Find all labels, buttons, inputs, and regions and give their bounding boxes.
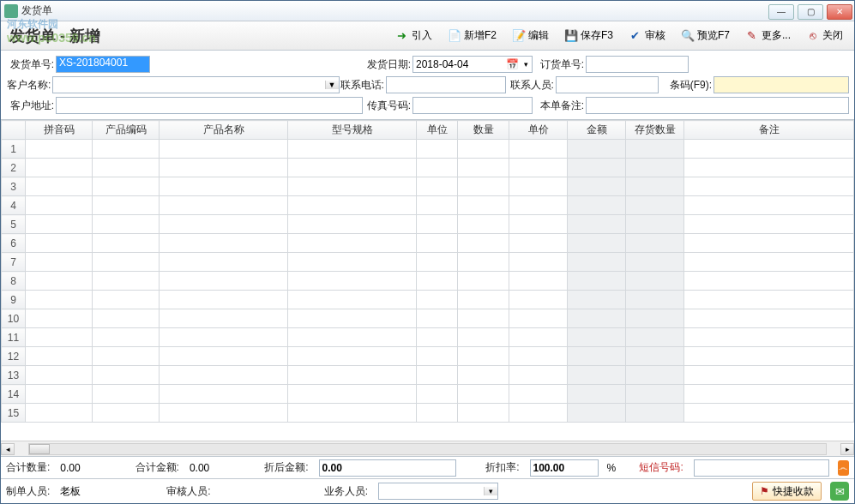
cell[interactable] (626, 385, 684, 404)
cell[interactable] (626, 272, 684, 291)
phone-field[interactable] (386, 76, 506, 93)
cell[interactable] (160, 272, 288, 291)
addr-field[interactable] (56, 97, 363, 114)
cell[interactable] (26, 309, 93, 328)
cell[interactable] (160, 215, 288, 234)
clerk-field[interactable]: ▾ (378, 483, 498, 500)
table-row[interactable]: 7 (2, 253, 854, 272)
cell[interactable] (93, 385, 160, 404)
cell[interactable] (684, 385, 854, 404)
cell[interactable] (458, 385, 509, 404)
cell[interactable] (458, 347, 509, 366)
cell[interactable] (288, 177, 417, 196)
cell[interactable] (93, 328, 160, 347)
cell[interactable] (684, 196, 854, 215)
table-row[interactable]: 11 (2, 328, 854, 347)
cell[interactable] (160, 309, 288, 328)
cell[interactable] (684, 140, 854, 159)
remark-field[interactable] (586, 97, 849, 114)
scroll-right-icon[interactable]: ▸ (840, 443, 854, 455)
cell[interactable] (160, 234, 288, 253)
cell[interactable] (417, 215, 458, 234)
cell[interactable] (568, 366, 626, 385)
cell[interactable] (458, 159, 509, 177)
cell[interactable] (509, 366, 568, 385)
cell[interactable] (458, 253, 509, 272)
cell[interactable] (26, 385, 93, 404)
cell[interactable] (93, 140, 160, 159)
cell[interactable] (288, 291, 417, 309)
column-header[interactable]: 拼音码 (26, 121, 93, 140)
cell[interactable] (626, 215, 684, 234)
cell[interactable] (26, 272, 93, 291)
cell[interactable] (288, 215, 417, 234)
cell[interactable] (684, 309, 854, 328)
cell[interactable] (93, 404, 160, 423)
bill-no-field[interactable]: XS-201804001 (56, 56, 150, 73)
cell[interactable] (160, 253, 288, 272)
cell[interactable] (93, 177, 160, 196)
column-header[interactable]: 备注 (684, 121, 854, 140)
ship-date-field[interactable]: 2018-04-04📅▾ (412, 56, 533, 73)
cust-name-field[interactable]: ▼ (52, 76, 339, 93)
preview-button[interactable]: 🔍预览F7 (673, 23, 738, 49)
cell[interactable] (288, 234, 417, 253)
cell[interactable] (417, 347, 458, 366)
new-button[interactable]: 📄新增F2 (440, 23, 504, 49)
close-form-button[interactable]: ⎋关闭 (798, 23, 851, 49)
cell[interactable] (458, 177, 509, 196)
table-row[interactable]: 1 (2, 140, 854, 159)
horizontal-scrollbar[interactable]: ◂ ▸ (1, 441, 854, 456)
cell[interactable] (458, 309, 509, 328)
cell[interactable] (417, 291, 458, 309)
scroll-left-icon[interactable]: ◂ (1, 443, 15, 455)
cell[interactable] (509, 347, 568, 366)
cell[interactable] (509, 291, 568, 309)
cell[interactable] (160, 177, 288, 196)
cell[interactable] (417, 366, 458, 385)
cell[interactable] (684, 215, 854, 234)
cell[interactable] (93, 196, 160, 215)
cell[interactable] (93, 234, 160, 253)
cell[interactable] (684, 253, 854, 272)
cell[interactable] (509, 328, 568, 347)
cell[interactable] (26, 177, 93, 196)
cell[interactable] (626, 140, 684, 159)
cell[interactable] (26, 196, 93, 215)
table-row[interactable]: 9 (2, 291, 854, 309)
table-row[interactable]: 2 (2, 159, 854, 177)
cell[interactable] (417, 234, 458, 253)
cell[interactable] (26, 215, 93, 234)
cell[interactable] (568, 272, 626, 291)
cell[interactable] (93, 366, 160, 385)
cell[interactable] (626, 196, 684, 215)
save-button[interactable]: 💾保存F3 (557, 23, 621, 49)
cell[interactable] (626, 177, 684, 196)
column-header[interactable]: 存货数量 (626, 121, 684, 140)
cell[interactable] (568, 177, 626, 196)
cell[interactable] (288, 196, 417, 215)
cell[interactable] (26, 404, 93, 423)
cell[interactable] (26, 140, 93, 159)
cell[interactable] (26, 253, 93, 272)
cell[interactable] (288, 385, 417, 404)
cell[interactable] (509, 215, 568, 234)
more-button[interactable]: ✎更多... (738, 23, 798, 49)
cell[interactable] (26, 347, 93, 366)
cell[interactable] (626, 366, 684, 385)
cell[interactable] (626, 347, 684, 366)
cell[interactable] (93, 309, 160, 328)
cell[interactable] (26, 159, 93, 177)
table-row[interactable]: 6 (2, 234, 854, 253)
cell[interactable] (458, 272, 509, 291)
close-button[interactable]: ✕ (827, 4, 852, 20)
cell[interactable] (458, 215, 509, 234)
cell[interactable] (568, 385, 626, 404)
cell[interactable] (417, 159, 458, 177)
column-header[interactable]: 金额 (568, 121, 626, 140)
sms-field[interactable] (694, 459, 829, 477)
cell[interactable] (626, 234, 684, 253)
cell[interactable] (417, 385, 458, 404)
cell[interactable] (509, 309, 568, 328)
cell[interactable] (160, 291, 288, 309)
